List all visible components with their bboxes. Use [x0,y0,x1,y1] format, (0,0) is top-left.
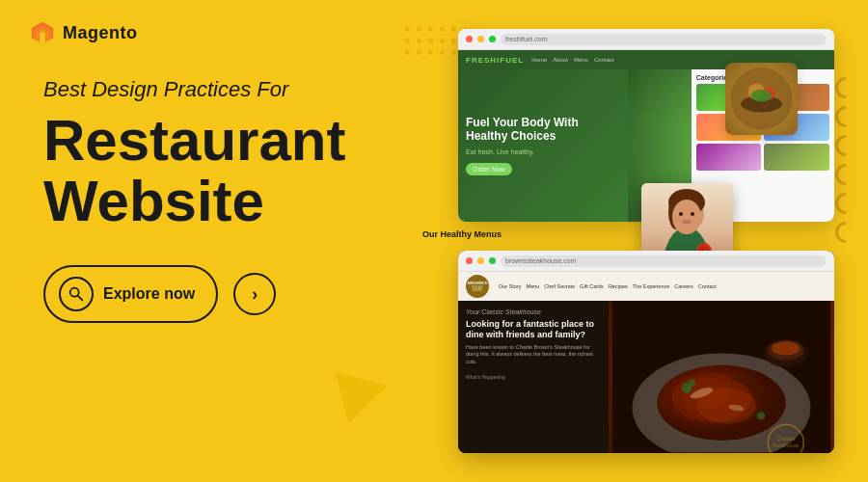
triangle-decoration [328,378,382,424]
steakhouse-footer-label: What's Happening [466,374,601,380]
circle-4 [835,164,856,185]
circle-2 [835,106,856,127]
nav-item: Contact [698,283,717,289]
main-container: Magento Best Design Practices For Restau… [0,0,868,482]
arrow-button[interactable]: › [233,273,276,315]
nav-item: Home [531,57,547,63]
screenshots-container: freshifuel.com FRESHIFUEL Home About Men… [420,29,834,453]
freshifuel-nav-items: Home About Menu Contact [531,57,613,63]
arrow-icon: › [252,284,258,305]
freshifuel-subtitle: Eat fresh. Live healthy. [466,148,620,155]
nav-item: About [553,57,568,63]
food-corner-decoration [725,63,798,135]
nav-item: Contact [594,57,614,63]
search-icon [59,277,94,311]
dot [405,39,410,43]
header: Magento [29,19,138,46]
browser-dot-yellow [477,36,484,42]
nav-item: Recipes [609,283,628,289]
browser-dot [489,257,496,264]
browser-dot-green [489,36,496,42]
steakhouse-hero: Your Classic Steakhouse Looking for a fa… [458,301,834,453]
nav-item: Careers [674,283,693,289]
steakhouse-badge: BROWN'S STEAK HOUSE [466,275,489,298]
buttons-row: Explore now › [43,265,410,323]
hero-title: Restaurant Website [43,110,410,231]
triangle-shape [323,372,388,431]
explore-button[interactable]: Explore now [43,265,218,323]
steakhouse-left-title: Looking for a fantastic place to dine wi… [466,319,601,340]
nav-item: Chef Secrets [544,283,575,289]
circles-decoration [835,77,856,243]
svg-text:HOUSE: HOUSE [473,288,482,292]
browser-dot [466,257,473,264]
svg-line-1 [78,296,83,301]
browser-dot [477,257,484,264]
circle-1 [835,77,856,98]
svg-text:BROWN'S: BROWN'S [468,281,487,285]
hero-subtitle: Best Design Practices For [43,77,410,102]
brand-logo: Magento [29,19,138,46]
dot [405,50,410,55]
steakhouse-hero-right: Certified Steakhouse What's Happening Fi… [609,301,834,453]
steakhouse-logo: BROWN'S STEAK HOUSE [466,275,489,298]
freshifuel-logo: FRESHIFUEL [466,56,524,65]
nav-item: The Experience [633,283,670,289]
dot [405,27,410,32]
person-label: Our Healthy Menus [422,229,502,239]
steakhouse-nav-items: Our Story Menu Chef Secrets Gift Cards R… [499,283,717,289]
cat-veg [764,144,829,171]
svg-point-25 [682,220,692,224]
circle-5 [835,193,856,214]
circle-3 [835,135,856,156]
nav-item: Menu [527,283,540,289]
svg-text:Steakhouse: Steakhouse [773,442,799,448]
steakhouse-browser-bar: brownssteakhouse.com [458,251,834,272]
svg-point-44 [757,412,765,419]
svg-point-23 [679,212,683,216]
steakhouse-hero-left: Your Classic Steakhouse Looking for a fa… [458,301,609,453]
svg-point-22 [672,200,701,234]
browser-url: brownssteakhouse.com [501,255,827,267]
svg-rect-48 [612,452,830,453]
brand-name: Magento [63,23,138,43]
svg-point-24 [691,212,694,216]
freshifuel-cta: Order Now [466,163,512,175]
steak-image: Certified Steakhouse What's Happening Fi… [609,301,834,453]
circle-6 [835,222,856,243]
steakhouse-screenshot: brownssteakhouse.com BROWN'S STEAK HOUSE [458,251,834,453]
magento-icon [29,19,56,46]
svg-text:Certified: Certified [776,435,795,441]
browser-url: freshifuel.com [501,34,827,45]
explore-label: Explore now [103,285,195,303]
browser-dot-red [466,36,473,42]
freshifuel-title: Fuel Your Body With Healthy Choices [466,116,620,144]
browser-bar: freshifuel.com [458,29,834,50]
cat-desserts [696,144,762,171]
left-content: Best Design Practices For Restaurant Web… [43,77,410,323]
nav-item: Gift Cards [580,283,604,289]
freshifuel-hero-left: Fuel Your Body With Healthy Choices Eat … [458,69,628,222]
nav-item: Menu [574,57,588,63]
svg-point-41 [772,341,800,355]
steakhouse-left-text: Have been known to Charlie Brown's Steak… [466,344,601,366]
steakhouse-tagline: Your Classic Steakhouse [466,308,601,315]
nav-item: Our Story [499,283,522,289]
svg-point-16 [751,90,772,102]
svg-point-43 [688,379,695,387]
steakhouse-nav: BROWN'S STEAK HOUSE Our Story Menu Chef … [458,272,834,301]
